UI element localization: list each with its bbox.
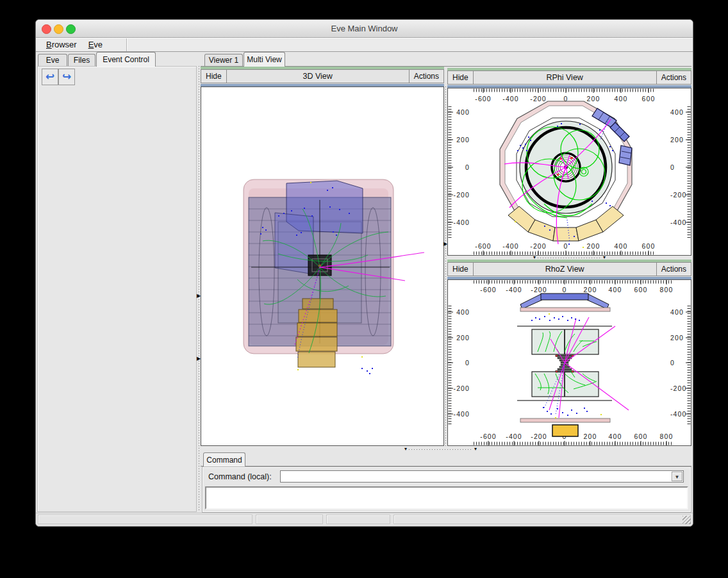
undo-arrow-icon: ↩ [46, 70, 54, 83]
window-title: Eve Main Window [36, 20, 693, 37]
axis-tick-label: 0 [670, 163, 675, 171]
command-input[interactable] [281, 472, 674, 483]
axis-tick-label: 400 [670, 308, 684, 316]
axis-tick-label: 600 [634, 286, 648, 293]
axis-tick-label: -200 [530, 242, 546, 250]
zoom-button[interactable] [66, 24, 76, 34]
axis-tick-label: -400 [506, 433, 522, 440]
rhoz-view-title: RhoZ View [474, 263, 656, 276]
axis-tick-label: -600 [475, 95, 491, 103]
axis-tick-label: 400 [456, 308, 470, 316]
axis-tick-label: -600 [480, 286, 496, 293]
next-event-button[interactable]: ↪ [58, 69, 75, 85]
title-bar[interactable]: Eve Main Window [36, 20, 693, 38]
event-control-panel: ↩ ↪ [37, 66, 197, 512]
status-cell [256, 515, 323, 524]
panel-rphi-view: Hide RPhi View Actions -600-400-20002004… [447, 68, 691, 256]
axis-tick-label: -200 [531, 286, 547, 293]
command-prompt-label: Command (local): [208, 472, 272, 481]
resize-grip[interactable] [682, 516, 691, 524]
tab-eve[interactable]: Eve [38, 54, 67, 67]
axis-tick-label: -400 [502, 95, 518, 103]
menu-eve[interactable]: Eve [83, 38, 108, 51]
rphi-plot: -600-400-2000200400600 -600-400-20002004… [448, 88, 691, 255]
axis-tick-label: 200 [587, 95, 600, 103]
tab-command[interactable]: Command [203, 452, 245, 467]
rphi-actions-button[interactable]: Actions [656, 71, 691, 84]
splitter-arrow-icon[interactable]: ▾ [474, 447, 477, 452]
rhoz-muon-chambers [520, 293, 609, 309]
axis-tick-label: -200 [454, 384, 470, 392]
3d-view-header: Hide 3D View Actions [201, 69, 444, 83]
tab-files[interactable]: Files [68, 54, 95, 67]
axis-tick-label: 200 [670, 136, 684, 144]
3d-central-detector-core [308, 255, 331, 276]
axis-tick-label: 0 [564, 242, 568, 250]
rphi-viewport[interactable]: -600-400-2000200400600 -600-400-20002004… [447, 88, 691, 256]
axis-tick-label: -400 [502, 242, 518, 250]
command-output-area[interactable] [205, 486, 688, 509]
previous-event-button[interactable]: ↩ [42, 69, 58, 85]
rhoz-pink-bar-top [520, 308, 610, 311]
minimize-button[interactable] [54, 24, 63, 34]
3d-detector-scene [201, 87, 443, 445]
rhoz-plot: -600-400-2000200400600800 -600-400-20002… [448, 280, 691, 445]
axis-tick-label: -400 [454, 219, 470, 226]
axis-tick-label: 200 [670, 334, 684, 342]
axis-tick-label: 0 [670, 359, 675, 367]
command-combobox[interactable]: ▼ [280, 470, 684, 483]
panel-rhoz-view: Hide RhoZ View Actions -600-400-20002004… [447, 260, 691, 446]
menu-browser[interactable]: Browser [40, 38, 83, 51]
axis-tick-label: -600 [475, 242, 491, 250]
combo-dropdown-button[interactable]: ▼ [672, 472, 682, 481]
axis-tick-label: -200 [531, 433, 547, 440]
3d-hide-button[interactable]: Hide [201, 70, 227, 83]
panel-3d-view: Hide 3D View Actions [201, 67, 444, 446]
axis-tick-label: -600 [480, 433, 496, 440]
tab-event-control[interactable]: Event Control [96, 52, 156, 67]
axis-tick-label: -400 [670, 410, 686, 418]
axis-tick-label: 200 [456, 334, 470, 342]
axis-tick-label: 0 [563, 286, 567, 293]
command-frame: Command (local): ▼ [202, 467, 691, 513]
axis-tick-label: 800 [660, 433, 674, 440]
axis-tick-label: 400 [670, 108, 684, 116]
splitter-arrow-icon[interactable]: ▾ [404, 447, 407, 452]
rphi-hide-button[interactable]: Hide [448, 71, 474, 84]
3d-forward-calorimeter-stack [296, 299, 337, 367]
3d-viewport[interactable] [201, 87, 444, 446]
redo-arrow-icon: ↪ [62, 70, 71, 83]
rhoz-hide-button[interactable]: Hide [448, 263, 474, 276]
rhoz-viewport[interactable]: -600-400-2000200400600800 -600-400-20002… [447, 279, 691, 446]
axis-tick-label: 0 [465, 163, 470, 171]
axis-tick-label: 600 [634, 433, 648, 440]
menu-bar: Browser Eve [36, 38, 693, 52]
status-cell [393, 515, 691, 524]
axis-tick-label: 0 [465, 359, 470, 367]
tab-viewer1[interactable]: Viewer 1 [204, 54, 243, 67]
rhoz-pink-bar-bottom [520, 418, 610, 422]
axis-tick-label: -200 [670, 384, 686, 392]
rphi-view-header: Hide RPhi View Actions [447, 70, 691, 85]
axis-tick-label: 600 [642, 242, 656, 250]
axis-tick-label: 200 [584, 433, 597, 440]
axis-tick-label: -200 [530, 95, 546, 103]
axis-tick-label: -400 [454, 410, 470, 418]
axis-tick-label: 200 [587, 242, 600, 250]
axis-tick-label: 800 [660, 286, 674, 293]
axis-tick-label: 400 [456, 108, 470, 116]
axis-tick-label: 400 [615, 242, 628, 250]
rhoz-hcal-box [552, 425, 578, 436]
axis-tick-label: 400 [609, 286, 622, 293]
axis-tick-label: 400 [615, 95, 628, 103]
desktop: { "window": { "title": "Eve Main Window"… [0, 0, 728, 578]
rphi-view-title: RPhi View [474, 71, 656, 84]
3d-actions-button[interactable]: Actions [409, 70, 443, 83]
3d-view-title: 3D View [227, 70, 409, 83]
close-button[interactable] [42, 24, 51, 34]
rhoz-actions-button[interactable]: Actions [656, 263, 691, 276]
axis-tick-label: -200 [670, 191, 686, 199]
bottom-splitter[interactable]: ▾ ▾ [201, 447, 691, 452]
tab-multi-view[interactable]: Multi View [244, 52, 285, 67]
status-cell [326, 515, 390, 524]
